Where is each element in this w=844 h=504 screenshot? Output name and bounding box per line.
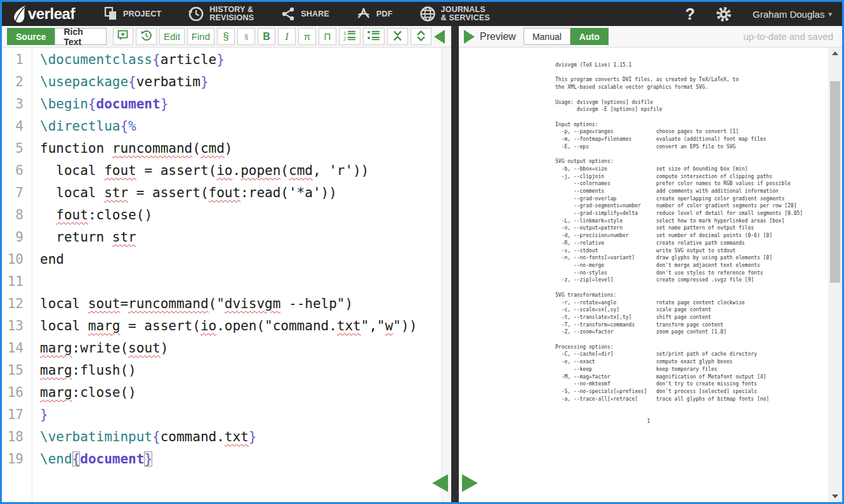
edit-button[interactable]: Edit [159, 28, 185, 45]
code-line[interactable]: marg:write(sout) [40, 337, 451, 359]
code-line[interactable]: local str = assert(fout:read('*a')) [40, 182, 451, 204]
leaf-icon [12, 4, 27, 23]
editor-gutter: 12345678910111213141516171819 [2, 48, 32, 502]
mode-toggle: Source Rich Text [7, 28, 107, 45]
globe-icon [419, 6, 436, 22]
collapse-button[interactable] [387, 28, 408, 45]
code-line[interactable]: fout:close() [40, 204, 451, 226]
code-line[interactable]: \begin{document} [40, 93, 451, 115]
nav-pdf-label: PDF [376, 10, 393, 18]
rich-text-button[interactable]: Rich Text [55, 28, 106, 45]
section-button[interactable]: § [217, 28, 235, 45]
run-preview-icon[interactable] [464, 30, 475, 44]
nav-project[interactable]: PROJECT [104, 6, 161, 22]
editor-toolbar: Source Rich Text EditFind§§BIπΠ12 [2, 26, 451, 48]
subsection-button[interactable]: § [237, 28, 255, 45]
code-line[interactable]: marg:close() [40, 382, 451, 404]
svg-text:2: 2 [343, 36, 346, 41]
bullet-list-icon [367, 30, 380, 43]
compile-status: up-to-date and saved [743, 31, 837, 42]
line-number: 4 [2, 115, 23, 138]
preview-toolbar: Preview Manual Auto up-to-date and saved [459, 26, 842, 48]
settings-gear-icon[interactable] [715, 6, 732, 23]
editor-code[interactable]: \documentclass{article}\usepackage{verba… [32, 48, 451, 502]
line-number: 6 [2, 160, 23, 182]
inline-math-button[interactable]: π [298, 28, 316, 45]
collapse-editor-pane-button[interactable] [434, 30, 445, 44]
pdf-scrollbar[interactable] [828, 48, 842, 502]
code-line[interactable]: local marg = assert(io.open("command.txt… [40, 315, 451, 337]
editor-scrollbar[interactable] [441, 48, 451, 502]
editor-pane: Source Rich Text EditFind§§BIπΠ12 123456… [2, 26, 451, 502]
nav-pdf[interactable]: PDF [356, 6, 393, 22]
code-editor[interactable]: 12345678910111213141516171819 \documentc… [2, 48, 451, 502]
pdf-scrollbar-thumb[interactable] [830, 81, 840, 283]
expand-button[interactable] [411, 28, 432, 45]
expand-preview-right-button[interactable] [462, 474, 478, 492]
pane-divider[interactable] [451, 26, 459, 502]
project-copy-icon [104, 6, 118, 22]
scroll-down-icon[interactable] [832, 494, 838, 498]
editor-toolbar-buttons: EditFind§§BIπΠ12 [113, 28, 432, 45]
line-number: 14 [2, 337, 23, 359]
line-number: 7 [2, 182, 23, 204]
line-number: 2 [2, 71, 23, 93]
find-button[interactable]: Find [187, 28, 214, 45]
nav-share[interactable]: SHARE [280, 6, 329, 22]
nav-journals-services[interactable]: JOURNALS & SERVICES [419, 6, 491, 22]
source-button[interactable]: Source [7, 28, 55, 45]
pdf-acrobat-icon [356, 6, 371, 22]
user-name: Graham Douglas [753, 9, 824, 20]
bullet-list-button[interactable] [363, 28, 385, 45]
code-line[interactable]: end [40, 249, 451, 271]
code-line[interactable]: function runcommand(cmd) [40, 138, 451, 160]
scroll-up-icon[interactable] [832, 51, 838, 55]
display-math-button[interactable]: Π [319, 28, 336, 45]
code-line[interactable]: } [40, 404, 451, 426]
compile-mode-toggle: Manual Auto [524, 28, 609, 45]
nav-project-label: PROJECT [123, 10, 161, 18]
code-line[interactable]: \verbatiminput{command.txt} [40, 426, 451, 448]
code-line[interactable]: \documentclass{article} [40, 49, 451, 71]
code-line[interactable]: return str [40, 226, 451, 249]
preview-label: Preview [480, 31, 516, 42]
pdf-viewer: dvisvgm (TeX Live) 1.15.1 This program c… [459, 48, 842, 502]
collapse-icon [392, 30, 404, 44]
italic-button[interactable]: I [278, 28, 296, 45]
code-line[interactable]: \directlua{% [40, 115, 451, 138]
line-number: 18 [2, 426, 23, 448]
share-nodes-icon [280, 6, 296, 22]
code-line[interactable]: local fout = assert(io.popen(cmd, 'r')) [40, 160, 451, 182]
user-menu[interactable]: Graham Douglas ▾ [753, 9, 832, 20]
auto-button[interactable]: Auto [570, 28, 609, 45]
history-button[interactable] [136, 28, 157, 45]
line-number: 16 [2, 382, 23, 404]
code-line[interactable]: \end{document} [40, 448, 451, 470]
svg-text:1: 1 [343, 30, 346, 36]
help-button[interactable]: ? [685, 5, 695, 23]
add-comment-button[interactable] [113, 28, 133, 45]
caret-down-icon: ▾ [828, 10, 832, 18]
preview-pane: Preview Manual Auto up-to-date and saved… [459, 26, 842, 502]
line-number: 11 [2, 271, 23, 293]
history-clock-icon [188, 6, 204, 22]
line-number: 17 [2, 404, 23, 426]
code-line[interactable]: \usepackage{verbatim} [40, 71, 451, 93]
pdf-text: dvisvgm (TeX Live) 1.15.1 This program c… [555, 61, 803, 425]
line-number: 13 [2, 315, 23, 337]
logo-text: verleaf [28, 5, 75, 23]
code-line[interactable] [40, 271, 451, 293]
expand-icon [415, 30, 427, 44]
expand-preview-left-button[interactable] [432, 474, 448, 492]
numbered-list-button[interactable]: 12 [339, 28, 360, 45]
nav-history-revisions[interactable]: HISTORY & REVISIONS [188, 6, 254, 22]
code-line[interactable]: local sout=runcommand("dvisvgm --help") [40, 293, 451, 315]
line-number: 15 [2, 359, 23, 382]
line-number: 19 [2, 448, 23, 470]
manual-button[interactable]: Manual [524, 28, 570, 45]
track-changes-icon [140, 30, 152, 44]
bold-button[interactable]: B [258, 28, 275, 45]
code-line[interactable]: marg:flush() [40, 359, 451, 382]
overleaf-logo[interactable]: verleaf [12, 4, 75, 23]
line-number: 3 [2, 93, 23, 115]
